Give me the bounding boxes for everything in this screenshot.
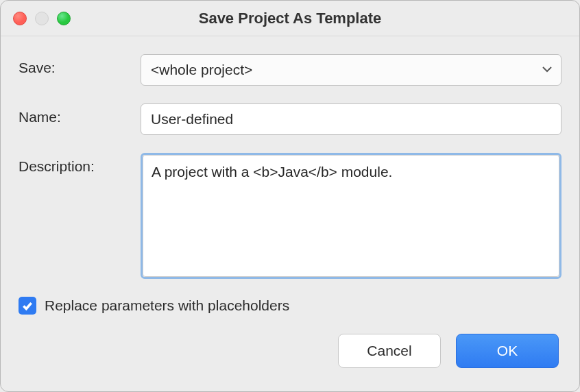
dialog-window: Save Project As Template Save: <whole pr… [0, 0, 580, 392]
window-title: Save Project As Template [1, 10, 579, 27]
titlebar: Save Project As Template [1, 1, 579, 36]
cancel-button[interactable]: Cancel [338, 334, 441, 368]
save-label: Save: [19, 54, 127, 76]
save-select[interactable]: <whole project> [141, 54, 561, 86]
save-select-value: <whole project> [151, 62, 252, 78]
replace-checkbox-row[interactable]: Replace parameters with placeholders [19, 297, 561, 315]
replace-checkbox[interactable] [19, 297, 36, 315]
description-label: Description: [19, 153, 127, 175]
dialog-buttons: Cancel OK [19, 334, 561, 368]
close-icon[interactable] [13, 12, 27, 25]
form: Save: <whole project> Name: Description: [19, 54, 561, 279]
chevron-down-icon [542, 62, 553, 78]
check-icon [21, 299, 34, 312]
dialog-content: Save: <whole project> Name: Description:… [1, 36, 579, 391]
window-controls [13, 12, 71, 25]
replace-checkbox-label: Replace parameters with placeholders [45, 297, 289, 314]
minimize-icon [35, 12, 49, 25]
zoom-icon[interactable] [57, 12, 71, 25]
name-label: Name: [19, 103, 127, 125]
description-field-focus-ring [141, 153, 561, 279]
ok-button[interactable]: OK [456, 334, 559, 368]
name-input[interactable] [141, 103, 561, 135]
description-textarea[interactable] [143, 155, 559, 277]
